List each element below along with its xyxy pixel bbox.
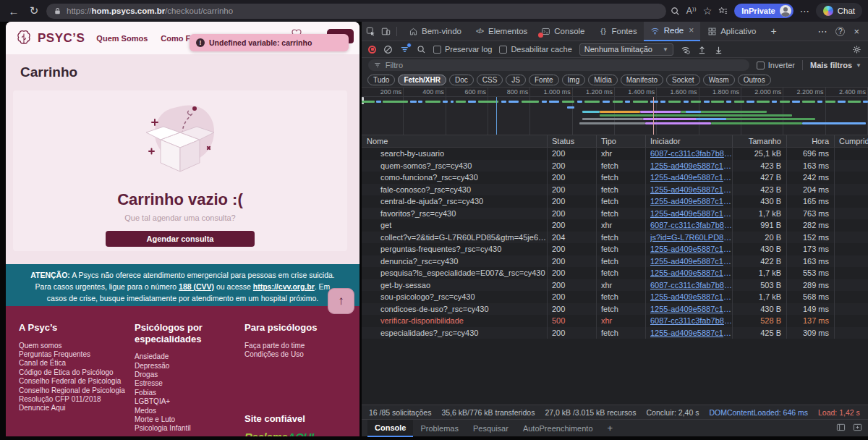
column-header-nome[interactable]: Nome [362,135,547,147]
footer-link-quem-somos[interactable]: Quem somos [19,342,127,350]
request-row[interactable]: pesquisa?ls_especialidade=E007&_rsc=cy43… [362,267,868,279]
footer-link-fobias[interactable]: Fobias [135,389,229,397]
inprivate-badge[interactable]: InPrivate [734,4,793,18]
type-filter-manifesto[interactable]: Manifesto [621,75,663,85]
request-row[interactable]: central-de-ajuda?_rsc=cy430200fetch1255-… [362,195,868,208]
column-header-hora[interactable]: Hora [786,135,834,147]
initiator-link[interactable]: 1255-ad409e5887c155b0.js [650,305,732,313]
favorite-star-icon[interactable]: ☆ [703,5,712,17]
request-row[interactable]: denuncia?_rsc=cy430200fetch1255-ad409e58… [362,255,868,268]
initiator-link[interactable]: 1255-ad409e5887c155b0.js [650,197,732,206]
request-row[interactable]: especialidades?_rsc=cy430200fetch1255-ad… [362,327,868,339]
initiator-link[interactable]: 1255-ad409e5887c155b0.js [650,161,732,170]
footer-link-drogas[interactable]: Drogas [135,371,229,379]
devtools-more-icon[interactable]: ⋯ [817,26,827,37]
column-header-cumprid[interactable]: Cumprid... [834,135,868,147]
request-row[interactable]: condicoes-de-uso?_rsc=cy430200fetch1255-… [362,303,868,316]
clear-icon[interactable] [383,45,393,54]
address-bar[interactable]: https://hom.psycs.com.br/checkout/carrin… [46,4,666,19]
import-har-icon[interactable] [697,45,707,54]
type-filter-img[interactable]: Img [562,75,586,85]
close-tab-icon[interactable]: × [689,25,694,35]
type-filter-css[interactable]: CSS [477,75,503,85]
network-search-icon[interactable] [417,45,426,54]
schedule-button[interactable]: Agendar consulta [106,231,255,247]
record-icon[interactable] [368,46,376,54]
footer-link-estresse[interactable]: Estresse [135,379,229,388]
request-row[interactable]: fale-conosco?_rsc=cy430200fetch1255-ad40… [362,184,868,196]
type-filter-fetch-xhr[interactable]: Fetch/XHR [398,75,446,85]
column-header-status[interactable]: Status [547,135,596,147]
initiator-link[interactable]: 1255-ad409e5887c155b0.js [650,257,732,266]
initiator-link[interactable]: 6087-cc311c3fab7b8302.js: [650,149,732,158]
footer-link-psicologia-infantil[interactable]: Psicologia Infantil [135,424,229,433]
initiator-link[interactable]: 1255-ad409e5887c155b0.js [650,268,732,277]
filter-input[interactable] [386,61,744,69]
tab-bem-vindo[interactable]: Bem-vindo [401,22,468,41]
footer-link-conselho-federal-de-psicologia[interactable]: Conselho Federal de Psicologia [19,377,127,386]
read-aloud-icon[interactable]: A⁾⁾ [686,6,697,16]
throttling-select[interactable]: Nenhuma limitação▼ [579,43,673,56]
preserve-log-checkbox[interactable]: Preservar log [433,45,492,54]
type-filter-socket[interactable]: Socket [666,75,700,85]
footer-link-morte-e-luto[interactable]: Morte e Luto [135,415,229,424]
column-header-tipo[interactable]: Tipo [596,135,645,147]
request-row[interactable]: search-by-usuario200xhr6087-cc311c3fab7b… [362,148,868,160]
drawer-tab-pesquisar[interactable]: Pesquisar [466,420,516,437]
favorites-hub-icon[interactable] [718,7,728,16]
back-icon[interactable]: ← [6,3,22,19]
column-header-iniciador[interactable]: Iniciador [645,135,732,147]
network-conditions-icon[interactable] [681,45,690,54]
tab-console[interactable]: Console [534,22,591,41]
footer-link-medos[interactable]: Medos [135,407,229,415]
tab-rede[interactable]: Rede× [644,22,701,41]
cvv-phone-link[interactable]: 188 (CVV) [179,282,214,291]
request-row[interactable]: como-funciona?_rsc=cy430200fetch1255-ad4… [362,172,868,184]
export-har-icon[interactable] [714,45,723,54]
device-toolbar-icon[interactable] [381,27,391,36]
initiator-link[interactable]: 1255-ad409e5887c155b0.js [650,185,732,194]
footer-link-perguntas-frequentes[interactable]: Perguntas Frequentes [19,350,127,359]
type-filter-js[interactable]: JS [506,75,526,85]
footer-link-denuncie-aqui[interactable]: Denuncie Aqui [19,404,127,412]
footer-link-fa-a-parte-do-time[interactable]: Faça parte do time [244,342,353,350]
tab-aplicativo[interactable]: Aplicativo [700,22,762,41]
filter-input-wrap[interactable] [368,59,749,71]
tab-elementos[interactable]: </>Elementos [468,22,534,41]
request-row[interactable]: get200xhr6087-cc311c3fab7b8302.js:991 B2… [362,219,868,232]
footer-link-resolu-o-cfp-011-2018[interactable]: Resolução CFP 011/2018 [19,395,127,404]
type-filter-outros[interactable]: Outros [738,75,771,85]
request-row[interactable]: verificar-disponibilidade500xhr6087-cc31… [362,315,868,327]
site-logo[interactable]: PSYC’S [14,29,85,48]
initiator-link[interactable]: 1255-ad409e5887c155b0.js [650,245,732,253]
footer-link-canal-de-tica[interactable]: Canal de Ética [19,359,127,368]
devtools-close-icon[interactable]: × [854,26,859,37]
request-row[interactable]: favoritos?_rsc=cy430200fetch1255-ad409e5… [362,208,868,220]
refresh-icon[interactable]: ↻ [26,3,42,19]
search-icon[interactable] [671,7,680,16]
type-filter-fonte[interactable]: Fonte [529,75,559,85]
initiator-link[interactable]: 1255-ad409e5887c155b0.js [650,173,732,182]
footer-link-lgbtqia[interactable]: LGBTQIA+ [135,397,229,406]
footer-link-depress-o[interactable]: Depressão [135,362,229,371]
footer-link-c-digo-de-tica-do-psic-logo[interactable]: Código de Ética do Psicólogo [19,368,127,377]
drawer-dock-icon[interactable] [836,423,846,433]
drawer-tab-console[interactable]: Console [367,420,413,437]
type-filter-m-dia[interactable]: Mídia [588,75,617,85]
type-filter-wasm[interactable]: Wasm [703,75,735,85]
initiator-link[interactable]: 1255-ad409e5887c155b0.js [650,292,732,301]
type-filter-doc[interactable]: Doc [449,75,474,85]
network-overview[interactable]: 200 ms400 ms600 ms800 ms1.000 ms1.200 ms… [362,88,868,135]
inspect-icon[interactable] [366,27,375,36]
add-tab-button[interactable]: + [764,22,783,41]
request-row[interactable]: collect?v=2&tid=G-L7R60LPD85&gtm=45je62p… [362,232,868,244]
initiator-link[interactable]: 1255-ad409e5887c155b0.js [650,209,732,218]
reclame-aqui-logo[interactable]: ReclameAQUI [244,431,331,436]
filter-toggle-icon[interactable] [400,45,409,54]
copilot-chat-button[interactable]: Chat [816,3,862,19]
initiator-link[interactable]: 6087-cc311c3fab7b8302.js: [650,316,732,325]
drawer-expand-icon[interactable] [853,423,862,433]
request-row[interactable]: get-by-sessao200xhr6087-cc311c3fab7b8302… [362,279,868,292]
footer-link-conselho-regional-de-psicologia[interactable]: Conselho Regional de Psicologia [19,386,127,395]
footer-link-ansiedade[interactable]: Ansiedade [135,352,229,361]
